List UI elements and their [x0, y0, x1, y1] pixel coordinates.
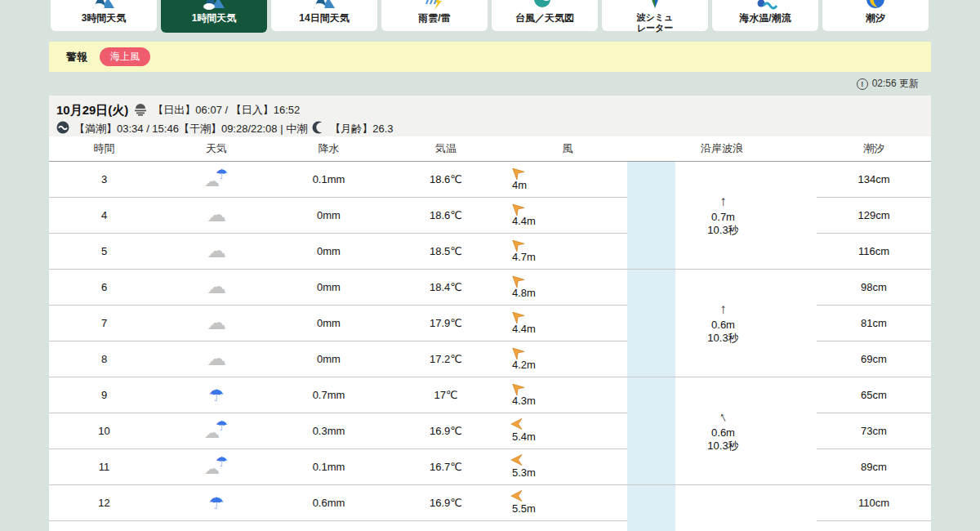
table-row: 9 ☂ 0.7mm 17℃ 4.3m ↑0.6m10.3秒 65cm [49, 377, 931, 413]
table-row: 12 ☂ 0.6mm 16.9℃ 5.5m ↑ 110cm [49, 484, 931, 520]
table-header-row: 時間 天気 降水 気温 風 沿岸波浪 潮汐 [49, 136, 931, 161]
sea-temperature-icon [753, 0, 777, 11]
temp-cell: 16.9℃ [384, 484, 508, 520]
sunrise-sunset-times: 【日出】06:07 / 【日入】16:52 [153, 103, 300, 118]
cloudy-icon: ☁ [207, 347, 226, 369]
update-time-label: 02:56 更新 [872, 77, 919, 91]
tab-label: 3時間天気 [82, 13, 127, 25]
tide-cell: 134cm [817, 161, 931, 197]
wind-cell: 4.3m [508, 377, 627, 413]
tide-icon [863, 0, 888, 11]
tab-sea-temp-current[interactable]: 海水温/潮流 [712, 0, 818, 31]
tab-3hour-weather[interactable]: 3時間天気 [51, 0, 157, 31]
wind-cell: 5.5m [508, 484, 627, 520]
hour-cell: 8 [49, 341, 159, 377]
wave-direction-icon: ↑ [719, 301, 727, 318]
precip-cell: 0.1mm [274, 161, 384, 197]
hour-cell: 4 [49, 197, 159, 233]
hourly-forecast-table: 時間 天気 降水 気温 風 沿岸波浪 潮汐 3 ☁☂ 0.1mm 18.6℃ 4… [49, 136, 931, 531]
hour-cell: 11 [49, 448, 159, 484]
hour-cell: 9 [49, 377, 159, 413]
tide-times: 【満潮】03:34 / 15:46【干潮】09:28/22:08 | 中潮 [74, 122, 307, 136]
temp-cell: 18.6℃ [384, 197, 508, 233]
cloudy-rain-icon: ☁☂ [204, 419, 229, 440]
info-icon[interactable]: ! [857, 78, 868, 90]
marine-weather-page: 3時間天気 1時間天気 14日間天気 雨雲/雷 台風／天気図 [0, 0, 980, 531]
wave-period: 10.3秒 [707, 224, 738, 237]
cloudy-icon: ☁ [207, 275, 226, 297]
wind-speed: 4.3m [512, 395, 536, 407]
tab-label: 台風／天気図 [515, 13, 574, 25]
wave-period: 10.3秒 [707, 440, 738, 453]
wind-speed: 5.3m [512, 467, 536, 479]
wave-height: 0.6m [711, 426, 735, 440]
table-row: 6 ☁ 0mm 18.4℃ 4.8m ↑0.6m10.3秒 98cm [49, 269, 931, 305]
col-header-precip: 降水 [274, 136, 384, 161]
tab-bar: 3時間天気 1時間天気 14日間天気 雨雲/雷 台風／天気図 [51, 0, 929, 33]
wave-cell: ↑0.6m10.3秒 [675, 377, 817, 484]
wave-cell: ↑0.7m10.3秒 [675, 161, 817, 269]
hour-cell [49, 520, 159, 531]
tab-label: 雨雲/雷 [418, 13, 450, 25]
tide-graph-strip [627, 161, 675, 269]
wave-height: 0.6m [711, 319, 735, 332]
wind-speed: 4.2m [512, 359, 536, 371]
precip-cell: 0.1mm [274, 448, 384, 484]
tide-cell: 65cm [817, 377, 931, 413]
wind-cell: 4.8m [508, 269, 627, 305]
precip-cell: 0mm [274, 233, 384, 269]
precip-cell: 0.3mm [274, 413, 384, 448]
tab-tide[interactable]: 潮汐 [822, 0, 929, 31]
tab-label: レーター [637, 23, 674, 33]
cloudy-rain-icon: ☁☂ [204, 455, 229, 476]
update-time-row: ! 02:56 更新 [857, 77, 919, 91]
wind-cell: 4.2m [508, 341, 627, 377]
wind-speed: 4.7m [512, 252, 536, 263]
tab-rain-cloud-radar[interactable]: 雨雲/雷 [381, 0, 488, 31]
forecast-panel: 10月29日(火) 【日出】06:07 / 【日入】16:52 【満潮】03:3… [49, 96, 931, 531]
temp-cell: 17℃ [384, 377, 508, 413]
tide-cell: 98cm [817, 269, 931, 305]
wave-direction-icon: ↑ [716, 408, 730, 426]
temp-cell: 17.2℃ [384, 341, 508, 377]
cloudy-icon: ☁ [207, 311, 226, 333]
temp-cell: 17.9℃ [384, 305, 508, 341]
wind-direction-icon [510, 453, 523, 466]
tab-label: 14日間天気 [299, 13, 349, 25]
wave-period: 10.3秒 [707, 332, 738, 345]
wave-cell: ↑ [675, 484, 817, 531]
wind-speed: 4m [512, 180, 527, 191]
tab-wave-simulator[interactable]: 波シミュ レーター [602, 0, 708, 31]
wave-direction-icon: ↑ [719, 193, 727, 210]
date-label: 10月29日(火) [56, 103, 128, 118]
wind-cell: 4.7m [508, 233, 627, 269]
mountain-weather-icon [312, 0, 336, 11]
date-header: 10月29日(火) 【日出】06:07 / 【日入】16:52 【満潮】03:3… [49, 96, 931, 136]
rain-icon: ☂ [209, 493, 225, 512]
sunrise-icon [133, 101, 148, 119]
wave-cell: ↑0.6m10.3秒 [675, 269, 817, 377]
tab-typhoon-weather-map[interactable]: 台風／天気図 [492, 0, 598, 31]
tide-graph-strip [627, 484, 675, 531]
tide-graph-strip [627, 377, 675, 484]
tide-cell: 110cm [817, 484, 931, 520]
typhoon-icon [532, 0, 557, 11]
precip-cell: 0.6mm [274, 484, 384, 520]
wind-direction-icon [510, 489, 523, 502]
wind-cell: 4.4m [508, 305, 627, 341]
table-row: 3 ☁☂ 0.1mm 18.6℃ 4m ↑0.7m10.3秒 134cm [49, 161, 931, 197]
tide-cell: 89cm [817, 448, 931, 484]
hour-cell: 3 [49, 161, 159, 197]
precip-cell: 0mm [274, 341, 384, 377]
wind-cell: 4m [508, 161, 627, 197]
wind-speed: 5.5m [512, 503, 536, 515]
wind-speed: 4.8m [512, 288, 536, 299]
tab-14day-weather[interactable]: 14日間天気 [271, 0, 377, 31]
warning-badge-sea-wind[interactable]: 海上風 [100, 47, 150, 66]
tab-1hour-weather[interactable]: 1時間天気 [161, 0, 267, 33]
moon-phase-icon [312, 121, 325, 137]
tide-graph-strip [627, 269, 675, 377]
precip-cell: 0mm [274, 305, 384, 341]
temp-cell: 16.9℃ [384, 413, 508, 448]
tab-label: 潮汐 [866, 13, 885, 25]
